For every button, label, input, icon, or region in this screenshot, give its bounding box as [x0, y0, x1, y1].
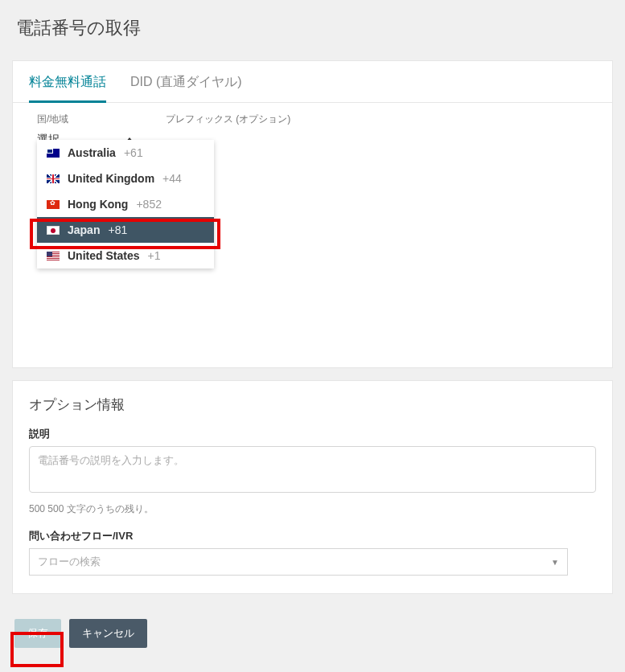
country-code: +1: [147, 249, 160, 262]
flag-icon-uk: [47, 174, 60, 183]
description-field: 説明: [13, 422, 612, 499]
flow-field: 問い合わせフロー/IVR フローの検索 ▼: [13, 524, 612, 593]
country-code: +81: [108, 223, 127, 236]
country-label: 国/地域: [37, 113, 134, 126]
options-section-title: オプション情報: [13, 381, 612, 422]
country-name: Australia: [68, 146, 116, 159]
country-dropdown: Australia+61United Kingdom+44Hong Kong+8…: [37, 140, 214, 268]
flag-icon-au: [47, 149, 60, 158]
prefix-label: プレフィックス (オプション): [166, 113, 290, 126]
flag-icon-jp: [47, 226, 60, 235]
description-label: 説明: [29, 427, 596, 441]
tabs: 料金無料通話 DID (直通ダイヤル): [13, 61, 612, 103]
flow-select[interactable]: フローの検索 ▼: [29, 548, 568, 576]
country-option-us[interactable]: United States+1: [37, 243, 214, 268]
country-option-jp[interactable]: Japan+81: [37, 217, 214, 243]
tab-did[interactable]: DID (直通ダイヤル): [130, 61, 242, 103]
country-name: Japan: [68, 223, 100, 236]
country-code: +852: [136, 198, 162, 211]
flag-icon-us: [47, 252, 60, 260]
tab-toll-free[interactable]: 料金無料通話: [29, 61, 106, 103]
country-option-uk[interactable]: United Kingdom+44: [37, 166, 214, 191]
flow-label: 問い合わせフロー/IVR: [29, 529, 596, 543]
cancel-button[interactable]: キャンセル: [69, 619, 147, 648]
country-name: United States: [68, 249, 139, 262]
description-char-count: 500 500 文字のうちの残り。: [13, 499, 612, 524]
main-panel: 料金無料通話 DID (直通ダイヤル) 国/地域 選択 プレフィックス (オプシ…: [12, 60, 613, 368]
page-title: 電話番号の取得: [0, 0, 625, 48]
description-input[interactable]: [29, 446, 596, 493]
country-code: +61: [124, 146, 143, 159]
chevron-down-icon: ▼: [551, 558, 559, 567]
country-option-au[interactable]: Australia+61: [37, 140, 214, 166]
options-panel: オプション情報 説明 500 500 文字のうちの残り。 問い合わせフロー/IV…: [12, 380, 613, 594]
country-name: Hong Kong: [68, 198, 128, 211]
action-buttons: 保存 キャンセル: [0, 606, 625, 648]
country-code: +44: [162, 172, 182, 185]
country-option-hk[interactable]: Hong Kong+852: [37, 191, 214, 217]
country-name: United Kingdom: [68, 172, 154, 185]
save-button[interactable]: 保存: [14, 619, 61, 648]
flag-icon-hk: [47, 200, 60, 209]
flow-select-placeholder: フローの検索: [38, 555, 101, 569]
